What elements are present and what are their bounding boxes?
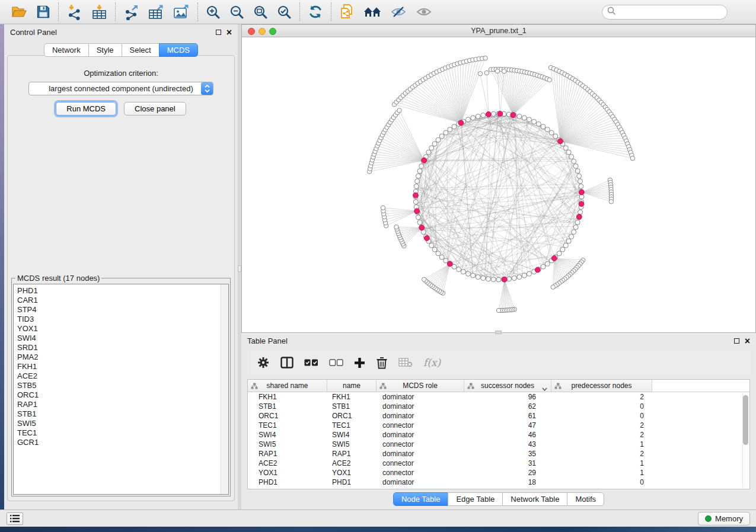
table-row[interactable]: ACE2ACE2connector311 (248, 459, 749, 468)
minimize-window-button[interactable] (259, 28, 266, 35)
mcds-node-item[interactable]: STB1 (17, 409, 225, 419)
column-header-successor-nodes[interactable]: successor nodes (464, 380, 551, 392)
tab-network-table[interactable]: Network Table (502, 492, 567, 506)
tab-select[interactable]: Select (122, 43, 160, 57)
zoom-in-icon[interactable] (206, 5, 221, 20)
network-canvas[interactable] (242, 37, 755, 332)
mcds-node-item[interactable]: TEC1 (17, 428, 225, 438)
table-row[interactable]: FKH1FKH1dominator962 (248, 392, 749, 402)
optimization-criterion-dropdown[interactable]: largest connected component (undirected) (28, 82, 213, 95)
zoom-window-button[interactable] (269, 28, 276, 35)
cell: dominator (377, 449, 464, 459)
export-table-icon[interactable] (148, 4, 164, 20)
tab-network[interactable]: Network (44, 43, 89, 57)
zoom-fit-icon[interactable] (253, 5, 268, 20)
float-table-panel-icon[interactable] (734, 338, 739, 344)
table-row[interactable]: PHD1PHD1dominator180 (248, 477, 749, 487)
cell: FKH1 (248, 392, 327, 402)
close-table-panel-icon[interactable]: × (745, 338, 750, 344)
table-row[interactable]: SWI5SWI5connector431 (248, 440, 749, 449)
mcds-node-item[interactable]: GCR1 (17, 438, 225, 447)
import-table-icon[interactable] (91, 4, 107, 20)
task-history-button[interactable] (7, 512, 23, 525)
close-panel-icon[interactable]: × (227, 30, 232, 35)
import-network-icon[interactable] (66, 4, 82, 20)
save-session-icon[interactable] (36, 5, 50, 19)
delete-icon[interactable] (376, 356, 388, 369)
tab-motifs[interactable]: Motifs (567, 492, 604, 506)
search-box[interactable] (602, 5, 728, 20)
mcds-node-item[interactable]: CAR1 (17, 296, 225, 305)
duplicate-network-icon[interactable] (339, 4, 355, 20)
show-all-icon[interactable] (416, 5, 432, 18)
export-network-icon[interactable] (123, 4, 139, 20)
mcds-node-item[interactable]: SWI5 (17, 419, 225, 428)
mcds-node-item[interactable]: ACE2 (17, 371, 225, 381)
zoom-selected-icon[interactable] (277, 5, 292, 20)
table-row[interactable]: ORC1ORC1dominator610 (248, 411, 749, 421)
table-scrollbar-track[interactable] (742, 393, 749, 488)
column-header-name[interactable]: name (327, 380, 377, 392)
mcds-node-item[interactable]: ORC1 (17, 390, 225, 400)
mcds-node-item[interactable]: STB5 (17, 381, 225, 390)
mcds-node-item[interactable]: SWI4 (17, 334, 225, 343)
cell: connector (377, 459, 464, 468)
tab-edge-table[interactable]: Edge Table (448, 492, 503, 506)
first-neighbors-icon[interactable] (363, 5, 381, 19)
cell: dominator (377, 430, 464, 440)
memory-button[interactable]: Memory (698, 512, 750, 525)
column-header-predecessor-nodes[interactable]: predecessor nodes (551, 380, 652, 392)
table-row[interactable]: STB1STB1dominator620 (248, 402, 749, 411)
search-input[interactable] (619, 8, 723, 17)
mcds-node-item[interactable]: FKH1 (17, 362, 225, 371)
table-row[interactable]: RAP1RAP1dominator352 (248, 449, 749, 459)
table-scrollbar-thumb[interactable] (743, 395, 748, 445)
column-header-shared-name[interactable]: shared name (248, 380, 327, 392)
open-session-icon[interactable] (11, 5, 27, 19)
delete-table-icon[interactable] (398, 358, 413, 367)
function-icon[interactable]: f(x) (423, 357, 441, 368)
column-label: predecessor nodes (571, 382, 631, 390)
cell: 62 (464, 402, 551, 411)
float-panel-icon[interactable] (216, 30, 221, 35)
cell: dominator (377, 392, 464, 402)
tab-style[interactable]: Style (88, 43, 122, 57)
export-image-icon[interactable] (173, 4, 190, 20)
mcds-node-item[interactable]: TID3 (17, 315, 225, 324)
mcds-node-item[interactable]: RAP1 (17, 400, 225, 409)
column-label: name (343, 382, 361, 390)
hide-selected-icon[interactable] (390, 5, 407, 19)
tab-mcds[interactable]: MCDS (159, 43, 198, 57)
close-panel-button[interactable]: Close panel (124, 102, 186, 116)
mcds-node-item[interactable]: STP4 (17, 305, 225, 315)
add-icon[interactable] (354, 357, 365, 368)
search-icon (607, 7, 616, 18)
column-label: successor nodes (481, 382, 534, 390)
mcds-result-list[interactable]: PHD1CAR1STP4TID3YOX1SWI4SRD1PMA2FKH1ACE2… (13, 284, 229, 495)
cell: SWI5 (327, 440, 377, 449)
close-window-button[interactable] (248, 28, 255, 35)
cell: connector (377, 468, 464, 477)
tab-node-table[interactable]: Node Table (393, 492, 449, 506)
mcds-list-scrollbar[interactable] (221, 284, 228, 494)
column-header-MCDS-role[interactable]: MCDS role (377, 380, 464, 392)
mcds-node-item[interactable]: SRD1 (17, 343, 225, 352)
table-row[interactable]: TEC1TEC1connector472 (248, 421, 749, 430)
settings-icon[interactable] (257, 356, 270, 369)
horizontal-splitter-handle[interactable] (495, 331, 502, 334)
network-window-titlebar[interactable]: YPA_prune.txt_1 (242, 25, 755, 37)
mcds-node-item[interactable]: YOX1 (17, 324, 225, 334)
mcds-node-item[interactable]: PHD1 (17, 286, 225, 296)
run-mcds-button[interactable]: Run MCDS (56, 102, 116, 116)
table-panel-title: Table Panel (247, 336, 288, 345)
deselect-all-icon[interactable] (329, 359, 343, 366)
column-label: MCDS role (403, 382, 438, 390)
select-all-icon[interactable] (304, 359, 318, 366)
zoom-out-icon[interactable] (229, 5, 244, 20)
table-row[interactable]: YOX1YOX1connector291 (248, 468, 749, 477)
column-icon[interactable] (280, 357, 294, 368)
refresh-icon[interactable] (308, 4, 323, 20)
network-graph[interactable] (242, 37, 755, 332)
table-row[interactable]: SWI4SWI4dominator462 (248, 430, 749, 440)
mcds-node-item[interactable]: PMA2 (17, 352, 225, 362)
